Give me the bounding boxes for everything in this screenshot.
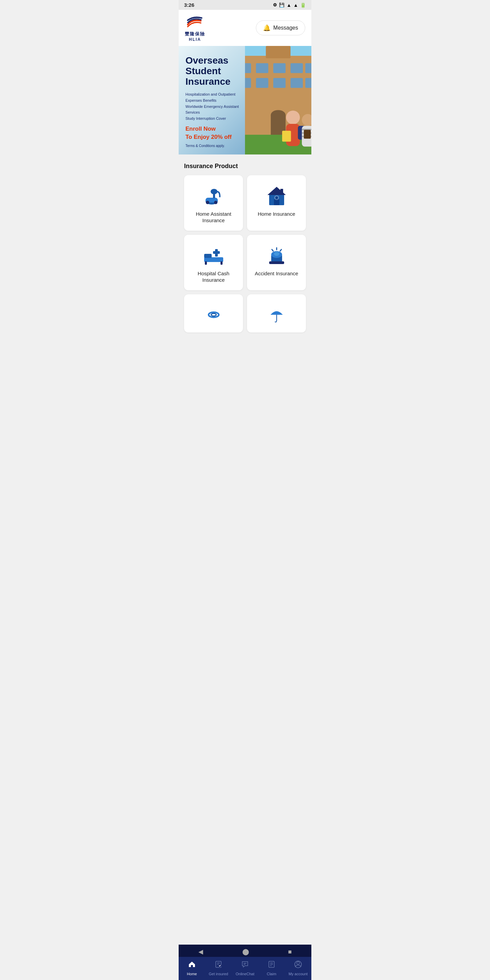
svg-point-31 bbox=[214, 201, 218, 204]
status-bar: 3:26 ⚙ 💾 ▲ ▲ 🔋 bbox=[179, 0, 311, 10]
svg-point-36 bbox=[275, 196, 278, 199]
logo-icon bbox=[185, 14, 205, 31]
svg-line-49 bbox=[272, 250, 273, 251]
product-label-accident: Accident Insurance bbox=[255, 270, 298, 277]
svg-point-52 bbox=[211, 313, 216, 316]
header: 豐隆保險 HLIA 🔔 Messages bbox=[179, 10, 311, 46]
banner-terms: Terms & Conditions apply. bbox=[185, 144, 251, 148]
svg-rect-5 bbox=[291, 63, 303, 73]
product-card-accident[interactable]: Accident Insurance bbox=[247, 235, 306, 290]
banner-title: Overseas Student Insurance bbox=[185, 56, 251, 87]
status-time: 3:26 bbox=[184, 2, 194, 8]
logo-chinese: 豐隆保險 bbox=[185, 31, 205, 37]
svg-rect-41 bbox=[221, 261, 223, 265]
vacuum-icon bbox=[203, 185, 224, 207]
banner-content: Overseas Student Insurance Hospitalizati… bbox=[179, 46, 258, 154]
battery-icon: 🔋 bbox=[300, 2, 306, 8]
product-label-home-insurance: Home Insurance bbox=[258, 211, 295, 218]
svg-rect-6 bbox=[305, 63, 311, 73]
ring-icon bbox=[203, 304, 224, 326]
product-card-hospital-cash[interactable]: Hospital Cash Insurance bbox=[184, 235, 243, 290]
svg-point-30 bbox=[206, 201, 209, 204]
svg-rect-10 bbox=[291, 78, 303, 88]
settings-icon: ⚙ bbox=[273, 2, 277, 8]
svg-rect-25 bbox=[304, 130, 311, 138]
svg-point-16 bbox=[286, 111, 300, 124]
product-card-6[interactable] bbox=[247, 294, 306, 332]
house-icon bbox=[266, 185, 288, 207]
svg-rect-37 bbox=[280, 189, 283, 194]
banner-features: Hospitalization and Outpatient Expenses … bbox=[185, 92, 251, 121]
product-label-hospital-cash: Hospital Cash Insurance bbox=[189, 270, 237, 283]
svg-rect-11 bbox=[305, 78, 311, 88]
svg-rect-4 bbox=[273, 63, 285, 73]
svg-rect-19 bbox=[282, 130, 291, 142]
svg-rect-12 bbox=[266, 46, 290, 58]
svg-rect-39 bbox=[204, 254, 212, 258]
product-grid: Home Assistant Insurance bbox=[184, 175, 306, 332]
signal-icon: ▲ bbox=[293, 2, 298, 8]
status-icons: ⚙ 💾 ▲ ▲ 🔋 bbox=[273, 2, 306, 8]
svg-rect-9 bbox=[273, 78, 285, 88]
product-card-home-insurance[interactable]: Home Insurance bbox=[247, 175, 306, 231]
svg-rect-43 bbox=[213, 251, 220, 254]
main-content: Insurance Product bbox=[179, 154, 311, 366]
siren-icon bbox=[266, 244, 288, 266]
logo: 豐隆保險 HLIA bbox=[185, 14, 205, 42]
section-title: Insurance Product bbox=[184, 163, 306, 170]
promo-banner[interactable]: Overseas Student Insurance Hospitalizati… bbox=[179, 46, 311, 154]
svg-line-50 bbox=[280, 250, 282, 251]
messages-button[interactable]: 🔔 Messages bbox=[256, 21, 305, 35]
umbrella-icon bbox=[266, 304, 288, 326]
banner-cta[interactable]: Enroll Now To Enjoy 20% off bbox=[185, 125, 251, 141]
svg-rect-40 bbox=[205, 261, 207, 265]
messages-label: Messages bbox=[273, 25, 298, 31]
sd-icon: 💾 bbox=[279, 2, 285, 8]
svg-point-46 bbox=[274, 252, 279, 256]
product-card-home-assistant[interactable]: Home Assistant Insurance bbox=[184, 175, 243, 231]
svg-rect-38 bbox=[204, 257, 223, 262]
hospital-bed-icon bbox=[203, 244, 224, 266]
product-card-5[interactable] bbox=[184, 294, 243, 332]
product-label-home-assistant: Home Assistant Insurance bbox=[189, 211, 237, 224]
svg-rect-47 bbox=[269, 261, 284, 264]
wifi-icon: ▲ bbox=[286, 2, 291, 8]
logo-english: HLIA bbox=[189, 37, 201, 42]
svg-point-14 bbox=[271, 110, 285, 120]
bell-icon: 🔔 bbox=[263, 24, 270, 32]
